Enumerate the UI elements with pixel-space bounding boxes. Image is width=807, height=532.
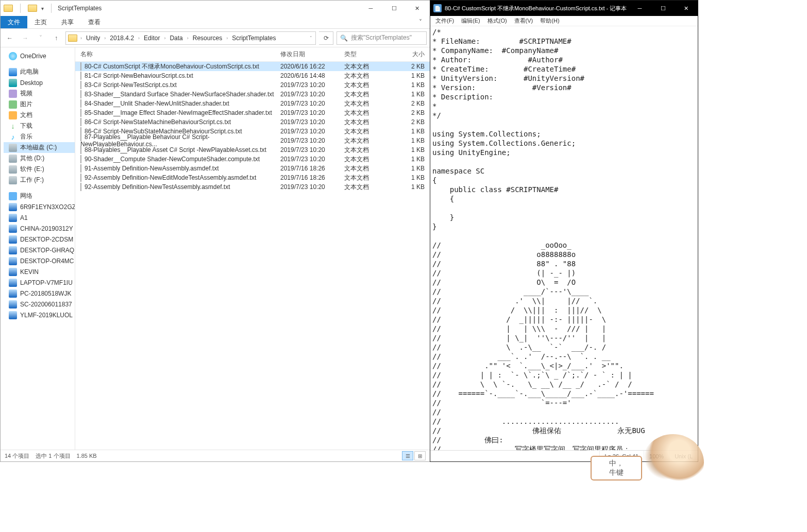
view-details-button[interactable]: ☰: [402, 451, 413, 460]
breadcrumb-bar[interactable]: › Unity › 2018.4.2 › Editor › Data › Res…: [65, 31, 316, 45]
file-row[interactable]: 92-Assembly Definition-NewEditModeTestAs…: [75, 173, 430, 182]
chevron-right-icon[interactable]: ›: [186, 36, 190, 41]
file-row[interactable]: 80-C# CustomScript 不继承MonoBehaviour-Cust…: [75, 62, 430, 71]
minimize-button[interactable]: ─: [628, 1, 651, 16]
tree-network-host[interactable]: DESKTOP-2CDSM: [4, 234, 75, 245]
file-row[interactable]: 90-Shader__Compute Shader-NewComputeShad…: [75, 155, 430, 164]
tree-network-host[interactable]: SC-202006011837: [4, 299, 75, 310]
document-icon: [80, 174, 81, 182]
chevron-right-icon[interactable]: ›: [103, 36, 107, 41]
tree-network-host[interactable]: DESKTOP-OR4MC: [4, 255, 75, 266]
file-size: 1 KB: [399, 146, 430, 153]
column-type[interactable]: 类型: [344, 50, 399, 59]
breadcrumb[interactable]: Editor: [142, 32, 162, 44]
file-type: 文本文档: [344, 72, 399, 80]
close-button[interactable]: ✕: [406, 1, 429, 16]
chevron-right-icon[interactable]: ›: [79, 36, 83, 41]
ribbon-view-tab[interactable]: 查看: [81, 16, 108, 28]
breadcrumb[interactable]: Resources: [191, 32, 224, 44]
tree-network[interactable]: 网络: [4, 191, 75, 201]
ribbon-expand-button[interactable]: ˅: [411, 16, 430, 28]
tree-network-host[interactable]: YLMF-2019KLUOL: [4, 310, 75, 320]
chevron-right-icon[interactable]: ›: [163, 36, 166, 41]
chevron-right-icon[interactable]: ›: [225, 36, 229, 41]
file-row[interactable]: 83-C# Script-NewTestScript.cs.txt2019/7/…: [75, 80, 430, 90]
tree-downloads[interactable]: ↓下载: [4, 121, 75, 131]
file-name: 88-Playables__Playable Asset C# Script -…: [80, 146, 280, 153]
tree-pc[interactable]: 此电脑: [4, 66, 75, 77]
menu-format[interactable]: 格式(O): [484, 16, 510, 26]
recent-dropdown[interactable]: ˅: [35, 32, 47, 44]
ribbon-home-tab[interactable]: 主页: [27, 16, 54, 28]
tree-pictures[interactable]: 图片: [4, 99, 75, 110]
tree-disk-c[interactable]: 本地磁盘 (C:): [4, 142, 75, 153]
ribbon-share-tab[interactable]: 共享: [54, 16, 81, 28]
separator: [20, 4, 21, 13]
column-size[interactable]: 大小: [399, 50, 430, 59]
navigation-tree[interactable]: OneDrive 此电脑 Desktop 视频 图片 文档 ↓下载 ♪音乐 本地…: [1, 47, 75, 450]
menu-help[interactable]: 帮助(H): [537, 16, 562, 26]
computer-icon: [9, 257, 17, 265]
breadcrumb[interactable]: 2018.4.2: [108, 32, 136, 44]
computer-icon: [9, 203, 17, 211]
tree-onedrive[interactable]: OneDrive: [4, 50, 75, 61]
explorer-window: ▾ ScriptTemplates ─ ☐ ✕ 文件 主页 共享 查看 ˅ ← …: [0, 0, 430, 462]
file-row[interactable]: 92-Assembly Definition-NewTestAssembly.a…: [75, 182, 430, 192]
menu-file[interactable]: 文件(F): [432, 16, 457, 26]
file-type: 文本文档: [344, 127, 399, 136]
notepad-content[interactable]: /* * FileName: #SCRIPTNAME# * CompanyNam…: [430, 26, 698, 450]
tree-network-host[interactable]: DESKTOP-GHRAQ: [4, 245, 75, 255]
file-row[interactable]: 86-C# Script-NewStateMachineBehaviourScr…: [75, 117, 430, 127]
forward-button[interactable]: →: [19, 32, 31, 44]
up-button[interactable]: ↑: [50, 32, 62, 44]
chevron-down-icon[interactable]: ▾: [41, 6, 44, 11]
menu-edit[interactable]: 编辑(E): [458, 16, 483, 26]
breadcrumb[interactable]: Unity: [84, 32, 102, 44]
explorer-titlebar[interactable]: ▾ ScriptTemplates ─ ☐ ✕: [1, 1, 430, 16]
tree-network-host[interactable]: KEVIN: [4, 266, 75, 277]
chevron-right-icon[interactable]: ›: [137, 36, 141, 41]
close-button[interactable]: ✕: [675, 1, 698, 16]
search-input[interactable]: 🔍 搜索"ScriptTemplates": [337, 31, 427, 45]
file-row[interactable]: 83-Shader__Standard Surface Shader-NewSu…: [75, 90, 430, 99]
file-date: 2019/7/23 10:20: [280, 146, 344, 153]
tree-documents[interactable]: 文档: [4, 110, 75, 121]
notepad-titlebar[interactable]: 📄 80-C# CustomScript 不继承MonoBehaviour-Cu…: [430, 1, 698, 16]
minimize-button[interactable]: ─: [359, 1, 382, 16]
file-row[interactable]: 91-Assembly Definition-NewAssembly.asmde…: [75, 164, 430, 173]
refresh-button[interactable]: ⟳: [319, 31, 333, 45]
onedrive-icon: [9, 52, 17, 60]
back-button[interactable]: ←: [4, 32, 16, 44]
file-type: 文本文档: [344, 155, 399, 164]
tree-network-host[interactable]: PC-20180518WJK: [4, 288, 75, 299]
file-row[interactable]: 81-C# Script-NewBehaviourScript.cs.txt20…: [75, 71, 430, 80]
file-row[interactable]: 87-Playables__Playable Behaviour C# Scri…: [75, 136, 430, 145]
maximize-button[interactable]: ☐: [382, 1, 406, 16]
breadcrumb[interactable]: ScriptTemplates: [230, 32, 278, 44]
desktop-icon: [9, 79, 17, 87]
tree-disk-d[interactable]: 其他 (D:): [4, 153, 75, 164]
column-name[interactable]: 名称: [80, 50, 280, 59]
tree-video[interactable]: 视频: [4, 88, 75, 99]
tree-network-host[interactable]: A1: [4, 212, 75, 223]
ribbon-file-tab[interactable]: 文件: [1, 16, 27, 28]
file-rows[interactable]: 80-C# CustomScript 不继承MonoBehaviour-Cust…: [75, 62, 430, 450]
tree-network-host[interactable]: CHINA-20190312Y: [4, 223, 75, 234]
view-icons-button[interactable]: ⊞: [414, 451, 426, 460]
tree-network-host[interactable]: 6R9F1EYN3XO2GZ: [4, 201, 75, 212]
file-row[interactable]: 84-Shader__Unlit Shader-NewUnlitShader.s…: [75, 99, 430, 108]
file-row[interactable]: 88-Playables__Playable Asset C# Script -…: [75, 145, 430, 155]
tree-disk-e[interactable]: 软件 (E:): [4, 164, 75, 175]
tree-network-host[interactable]: LAPTOP-V7MF1IU: [4, 277, 75, 288]
document-icon: [80, 72, 81, 80]
tree-music[interactable]: ♪音乐: [4, 131, 75, 142]
menu-view[interactable]: 查看(V): [511, 16, 536, 26]
document-icon: [80, 183, 81, 191]
column-date[interactable]: 修改日期: [280, 50, 344, 59]
file-row[interactable]: 85-Shader__Image Effect Shader-NewImageE…: [75, 108, 430, 117]
tree-disk-f[interactable]: 工作 (F:): [4, 175, 75, 185]
chevron-down-icon[interactable]: ˅: [309, 36, 313, 41]
maximize-button[interactable]: ☐: [651, 1, 675, 16]
tree-desktop[interactable]: Desktop: [4, 77, 75, 88]
breadcrumb[interactable]: Data: [167, 32, 184, 44]
